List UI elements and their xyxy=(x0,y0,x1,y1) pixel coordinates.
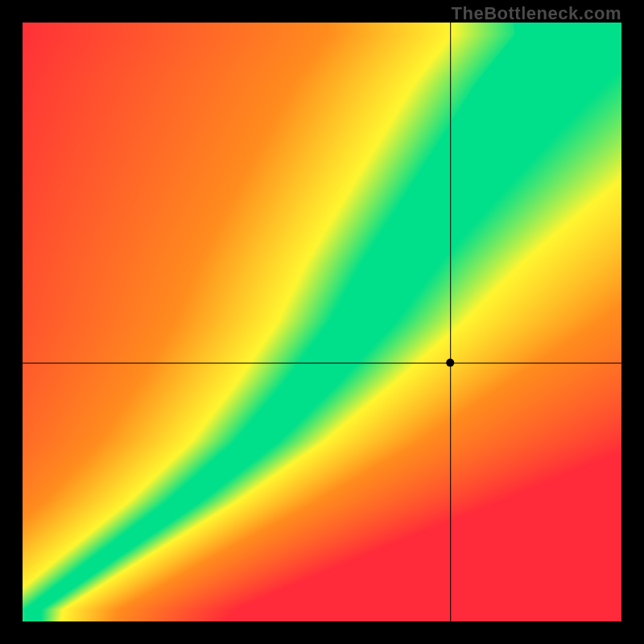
bottleneck-heatmap xyxy=(23,23,621,621)
plot-area xyxy=(23,23,621,621)
chart-frame: TheBottleneck.com xyxy=(0,0,644,644)
watermark-text: TheBottleneck.com xyxy=(452,3,621,24)
